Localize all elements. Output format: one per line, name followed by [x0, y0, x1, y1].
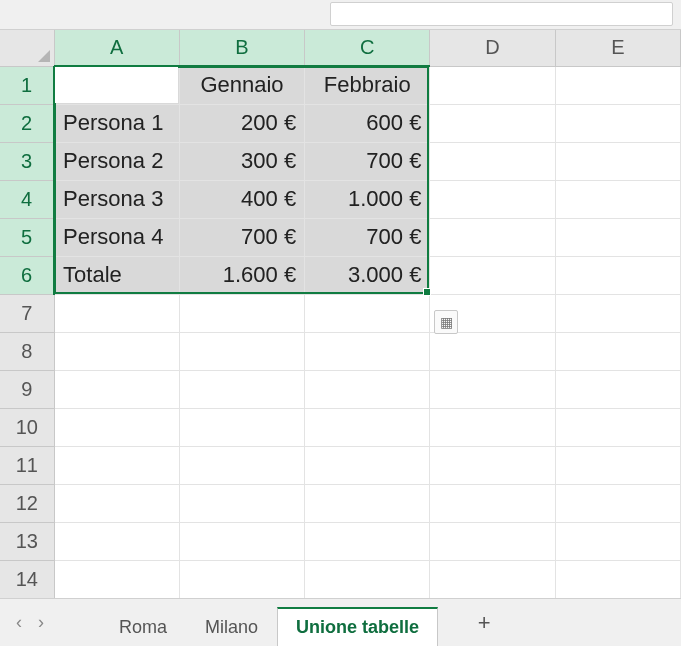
row-header-10[interactable]: 10 [0, 408, 54, 446]
cell-B8[interactable] [179, 332, 304, 370]
row-header-9[interactable]: 9 [0, 370, 54, 408]
cell-E6[interactable] [555, 256, 680, 294]
row-header-2[interactable]: 2 [0, 104, 54, 142]
cell-D4[interactable] [430, 180, 555, 218]
cell-C8[interactable] [305, 332, 430, 370]
row-header-7[interactable]: 7 [0, 294, 54, 332]
cell-B10[interactable] [179, 408, 304, 446]
cell-A13[interactable] [54, 522, 179, 560]
cell-E1[interactable] [555, 66, 680, 104]
cell-D2[interactable] [430, 104, 555, 142]
cell-B3[interactable]: 300 € [179, 142, 304, 180]
cell-D14[interactable] [430, 560, 555, 598]
column-header-A[interactable]: A [54, 30, 179, 66]
cell-A14[interactable] [54, 560, 179, 598]
sheet-nav-next[interactable]: › [38, 612, 44, 633]
row-header-3[interactable]: 3 [0, 142, 54, 180]
cell-A8[interactable] [54, 332, 179, 370]
column-header-B[interactable]: B [179, 30, 304, 66]
column-header-E[interactable]: E [555, 30, 680, 66]
cell-C4[interactable]: 1.000 € [305, 180, 430, 218]
cell-B5[interactable]: 700 € [179, 218, 304, 256]
cell-E4[interactable] [555, 180, 680, 218]
cell-B12[interactable] [179, 484, 304, 522]
cell-D12[interactable] [430, 484, 555, 522]
cell-A3[interactable]: Persona 2 [54, 142, 179, 180]
cell-C5[interactable]: 700 € [305, 218, 430, 256]
column-header-C[interactable]: C [305, 30, 430, 66]
cell-E3[interactable] [555, 142, 680, 180]
cell-A2[interactable]: Persona 1 [54, 104, 179, 142]
cell-E10[interactable] [555, 408, 680, 446]
cell-C10[interactable] [305, 408, 430, 446]
cell-A7[interactable] [54, 294, 179, 332]
cell-B4[interactable]: 400 € [179, 180, 304, 218]
cell-D8[interactable] [430, 332, 555, 370]
cell-D5[interactable] [430, 218, 555, 256]
cell-C13[interactable] [305, 522, 430, 560]
cell-C2[interactable]: 600 € [305, 104, 430, 142]
row-header-14[interactable]: 14 [0, 560, 54, 598]
cell-D13[interactable] [430, 522, 555, 560]
formula-input[interactable] [330, 2, 673, 26]
cell-E8[interactable] [555, 332, 680, 370]
cell-E14[interactable] [555, 560, 680, 598]
sheet-tab-unione-tabelle[interactable]: Unione tabelle [277, 607, 438, 646]
quick-analysis-icon[interactable]: ▦ [434, 310, 458, 334]
cell-E12[interactable] [555, 484, 680, 522]
cell-E5[interactable] [555, 218, 680, 256]
row-header-1[interactable]: 1 [0, 66, 54, 104]
row-header-12[interactable]: 12 [0, 484, 54, 522]
cell-D3[interactable] [430, 142, 555, 180]
cell-B14[interactable] [179, 560, 304, 598]
cell-E13[interactable] [555, 522, 680, 560]
cell-A11[interactable] [54, 446, 179, 484]
cell-B1[interactable]: Gennaio [179, 66, 304, 104]
row-header-8[interactable]: 8 [0, 332, 54, 370]
cell-B7[interactable] [179, 294, 304, 332]
cell-D10[interactable] [430, 408, 555, 446]
cell-C1[interactable]: Febbraio [305, 66, 430, 104]
cell-C3[interactable]: 700 € [305, 142, 430, 180]
cell-A1[interactable] [54, 66, 179, 104]
row-header-13[interactable]: 13 [0, 522, 54, 560]
cell-C9[interactable] [305, 370, 430, 408]
cell-D11[interactable] [430, 446, 555, 484]
cell-D6[interactable] [430, 256, 555, 294]
cell-E9[interactable] [555, 370, 680, 408]
cell-B11[interactable] [179, 446, 304, 484]
cell-B13[interactable] [179, 522, 304, 560]
cell-A9[interactable] [54, 370, 179, 408]
cell-C6[interactable]: 3.000 € [305, 256, 430, 294]
cell-A6[interactable]: Totale [54, 256, 179, 294]
sheet-tab-strip: ‹ › RomaMilanoUnione tabelle + [0, 598, 681, 646]
spreadsheet-grid[interactable]: ABCDE1GennaioFebbraio2Persona 1200 €600 … [0, 30, 681, 599]
cell-A10[interactable] [54, 408, 179, 446]
sheet-tab-roma[interactable]: Roma [100, 608, 186, 646]
cell-C7[interactable] [305, 294, 430, 332]
row-header-4[interactable]: 4 [0, 180, 54, 218]
sheet-tab-milano[interactable]: Milano [186, 608, 277, 646]
select-all-corner[interactable] [0, 30, 54, 66]
cell-B9[interactable] [179, 370, 304, 408]
sheet-nav-prev[interactable]: ‹ [16, 612, 22, 633]
cell-C11[interactable] [305, 446, 430, 484]
cell-E7[interactable] [555, 294, 680, 332]
cell-A5[interactable]: Persona 4 [54, 218, 179, 256]
cell-C14[interactable] [305, 560, 430, 598]
cell-E2[interactable] [555, 104, 680, 142]
cell-A12[interactable] [54, 484, 179, 522]
row-header-6[interactable]: 6 [0, 256, 54, 294]
cell-B2[interactable]: 200 € [179, 104, 304, 142]
add-sheet-button[interactable]: + [468, 610, 500, 636]
row-header-5[interactable]: 5 [0, 218, 54, 256]
cell-E11[interactable] [555, 446, 680, 484]
cell-D1[interactable] [430, 66, 555, 104]
cell-D9[interactable] [430, 370, 555, 408]
column-header-D[interactable]: D [430, 30, 555, 66]
formula-bar-area [0, 0, 681, 30]
row-header-11[interactable]: 11 [0, 446, 54, 484]
cell-A4[interactable]: Persona 3 [54, 180, 179, 218]
cell-B6[interactable]: 1.600 € [179, 256, 304, 294]
cell-C12[interactable] [305, 484, 430, 522]
